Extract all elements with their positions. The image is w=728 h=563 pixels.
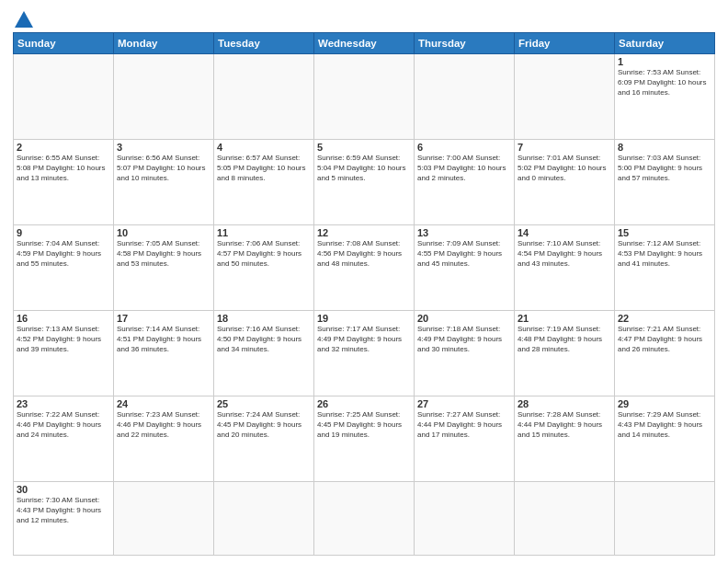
day-info: Sunrise: 7:13 AM Sunset: 4:52 PM Dayligh… <box>17 325 110 354</box>
day-info: Sunrise: 7:28 AM Sunset: 4:44 PM Dayligh… <box>518 410 611 440</box>
logo <box>13 11 33 29</box>
day-info: Sunrise: 6:56 AM Sunset: 5:07 PM Dayligh… <box>117 154 210 183</box>
calendar-week-1: 2Sunrise: 6:55 AM Sunset: 5:08 PM Daylig… <box>14 140 715 225</box>
calendar-cell <box>515 482 615 556</box>
day-number: 1 <box>618 56 711 67</box>
calendar-cell <box>214 54 314 140</box>
day-info: Sunrise: 7:21 AM Sunset: 4:47 PM Dayligh… <box>618 325 711 354</box>
calendar-cell: 12Sunrise: 7:08 AM Sunset: 4:56 PM Dayli… <box>314 225 415 311</box>
day-number: 28 <box>518 398 611 409</box>
calendar-cell: 10Sunrise: 7:05 AM Sunset: 4:58 PM Dayli… <box>114 225 214 311</box>
calendar-table: SundayMondayTuesdayWednesdayThursdayFrid… <box>13 32 715 556</box>
day-number: 7 <box>518 142 611 153</box>
logo-triangle-icon <box>15 11 33 28</box>
calendar-cell: 18Sunrise: 7:16 AM Sunset: 4:50 PM Dayli… <box>214 311 314 396</box>
day-number: 29 <box>618 398 711 409</box>
page: SundayMondayTuesdayWednesdayThursdayFrid… <box>0 0 728 563</box>
day-info: Sunrise: 7:25 AM Sunset: 4:45 PM Dayligh… <box>317 410 411 440</box>
day-number: 20 <box>417 313 511 324</box>
day-number: 3 <box>117 142 210 153</box>
calendar-cell: 13Sunrise: 7:09 AM Sunset: 4:55 PM Dayli… <box>415 225 515 311</box>
calendar-cell: 30Sunrise: 7:30 AM Sunset: 4:43 PM Dayli… <box>14 482 114 556</box>
day-number: 4 <box>217 142 311 153</box>
day-number: 15 <box>618 227 711 238</box>
day-info: Sunrise: 7:23 AM Sunset: 4:46 PM Dayligh… <box>117 410 210 440</box>
day-info: Sunrise: 7:01 AM Sunset: 5:02 PM Dayligh… <box>518 154 611 183</box>
calendar-cell <box>14 54 114 140</box>
day-info: Sunrise: 7:14 AM Sunset: 4:51 PM Dayligh… <box>117 325 210 354</box>
calendar-cell: 1Sunrise: 7:53 AM Sunset: 6:09 PM Daylig… <box>615 54 715 140</box>
calendar-cell <box>314 482 415 556</box>
calendar-week-0: 1Sunrise: 7:53 AM Sunset: 6:09 PM Daylig… <box>14 54 715 140</box>
day-number: 23 <box>17 398 110 409</box>
day-number: 5 <box>317 142 411 153</box>
calendar-cell: 22Sunrise: 7:21 AM Sunset: 4:47 PM Dayli… <box>615 311 715 396</box>
calendar-header-wednesday: Wednesday <box>314 33 415 54</box>
calendar-cell <box>415 54 515 140</box>
day-info: Sunrise: 7:00 AM Sunset: 5:03 PM Dayligh… <box>417 154 511 183</box>
day-number: 2 <box>17 142 110 153</box>
day-info: Sunrise: 7:05 AM Sunset: 4:58 PM Dayligh… <box>117 239 210 269</box>
day-info: Sunrise: 7:10 AM Sunset: 4:54 PM Dayligh… <box>518 239 611 269</box>
calendar-cell: 28Sunrise: 7:28 AM Sunset: 4:44 PM Dayli… <box>515 396 615 482</box>
day-number: 18 <box>217 313 311 324</box>
calendar-cell: 17Sunrise: 7:14 AM Sunset: 4:51 PM Dayli… <box>114 311 214 396</box>
calendar-week-2: 9Sunrise: 7:04 AM Sunset: 4:59 PM Daylig… <box>14 225 715 311</box>
logo-text <box>13 11 33 29</box>
day-number: 30 <box>17 484 110 495</box>
day-number: 11 <box>217 227 311 238</box>
day-info: Sunrise: 7:27 AM Sunset: 4:44 PM Dayligh… <box>417 410 511 440</box>
day-number: 6 <box>417 142 511 153</box>
calendar-cell: 19Sunrise: 7:17 AM Sunset: 4:49 PM Dayli… <box>314 311 415 396</box>
day-info: Sunrise: 7:53 AM Sunset: 6:09 PM Dayligh… <box>618 68 711 98</box>
calendar-cell: 8Sunrise: 7:03 AM Sunset: 5:00 PM Daylig… <box>615 140 715 225</box>
calendar-header-tuesday: Tuesday <box>214 33 314 54</box>
day-number: 25 <box>217 398 311 409</box>
calendar-cell <box>515 54 615 140</box>
calendar-header-sunday: Sunday <box>14 33 114 54</box>
day-info: Sunrise: 7:19 AM Sunset: 4:48 PM Dayligh… <box>518 325 611 354</box>
calendar-week-5: 30Sunrise: 7:30 AM Sunset: 4:43 PM Dayli… <box>14 482 715 556</box>
day-info: Sunrise: 7:17 AM Sunset: 4:49 PM Dayligh… <box>317 325 411 354</box>
calendar-cell: 26Sunrise: 7:25 AM Sunset: 4:45 PM Dayli… <box>314 396 415 482</box>
calendar-cell: 23Sunrise: 7:22 AM Sunset: 4:46 PM Dayli… <box>14 396 114 482</box>
calendar-cell: 29Sunrise: 7:29 AM Sunset: 4:43 PM Dayli… <box>615 396 715 482</box>
calendar-week-4: 23Sunrise: 7:22 AM Sunset: 4:46 PM Dayli… <box>14 396 715 482</box>
header <box>13 9 715 29</box>
calendar-header-friday: Friday <box>515 33 615 54</box>
calendar-week-3: 16Sunrise: 7:13 AM Sunset: 4:52 PM Dayli… <box>14 311 715 396</box>
day-info: Sunrise: 6:55 AM Sunset: 5:08 PM Dayligh… <box>17 154 110 183</box>
day-info: Sunrise: 7:06 AM Sunset: 4:57 PM Dayligh… <box>217 239 311 269</box>
calendar-cell <box>415 482 515 556</box>
calendar-cell: 7Sunrise: 7:01 AM Sunset: 5:02 PM Daylig… <box>515 140 615 225</box>
calendar-cell: 16Sunrise: 7:13 AM Sunset: 4:52 PM Dayli… <box>14 311 114 396</box>
day-number: 19 <box>317 313 411 324</box>
calendar-header-saturday: Saturday <box>615 33 715 54</box>
calendar-cell: 5Sunrise: 6:59 AM Sunset: 5:04 PM Daylig… <box>314 140 415 225</box>
calendar-cell: 20Sunrise: 7:18 AM Sunset: 4:49 PM Dayli… <box>415 311 515 396</box>
day-number: 17 <box>117 313 210 324</box>
day-number: 14 <box>518 227 611 238</box>
day-number: 16 <box>17 313 110 324</box>
day-info: Sunrise: 7:04 AM Sunset: 4:59 PM Dayligh… <box>17 239 110 269</box>
calendar-cell: 24Sunrise: 7:23 AM Sunset: 4:46 PM Dayli… <box>114 396 214 482</box>
calendar-header-thursday: Thursday <box>415 33 515 54</box>
day-number: 27 <box>417 398 511 409</box>
calendar-cell <box>114 54 214 140</box>
calendar-cell: 14Sunrise: 7:10 AM Sunset: 4:54 PM Dayli… <box>515 225 615 311</box>
day-info: Sunrise: 7:29 AM Sunset: 4:43 PM Dayligh… <box>618 410 711 440</box>
calendar-cell: 21Sunrise: 7:19 AM Sunset: 4:48 PM Dayli… <box>515 311 615 396</box>
calendar-cell <box>314 54 415 140</box>
day-number: 10 <box>117 227 210 238</box>
day-number: 24 <box>117 398 210 409</box>
day-info: Sunrise: 7:12 AM Sunset: 4:53 PM Dayligh… <box>618 239 711 269</box>
day-number: 9 <box>17 227 110 238</box>
day-number: 26 <box>317 398 411 409</box>
calendar-cell <box>615 482 715 556</box>
calendar-cell: 25Sunrise: 7:24 AM Sunset: 4:45 PM Dayli… <box>214 396 314 482</box>
day-info: Sunrise: 6:57 AM Sunset: 5:05 PM Dayligh… <box>217 154 311 183</box>
calendar-cell: 6Sunrise: 7:00 AM Sunset: 5:03 PM Daylig… <box>415 140 515 225</box>
calendar-cell <box>114 482 214 556</box>
day-info: Sunrise: 7:22 AM Sunset: 4:46 PM Dayligh… <box>17 410 110 440</box>
day-number: 13 <box>417 227 511 238</box>
